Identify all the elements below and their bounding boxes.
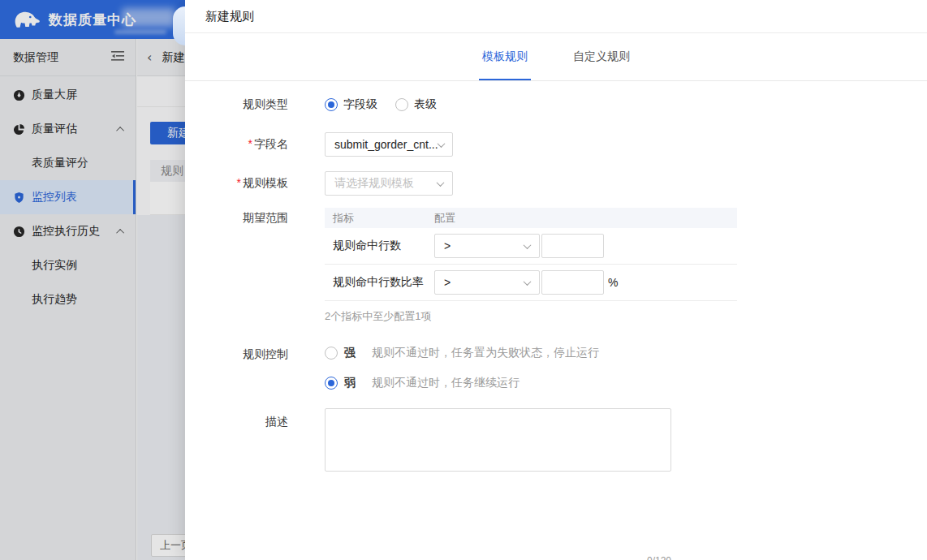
expected-range-table-head: 指标 配置 xyxy=(325,208,737,228)
strong-label[interactable]: 强 xyxy=(344,346,356,360)
form-row-description: 描述 xyxy=(185,408,927,472)
tab-template-rule[interactable]: 模板规则 xyxy=(479,33,531,80)
description-char-counter: 0/120 xyxy=(185,555,671,560)
radio-field-level-label[interactable]: 字段级 xyxy=(343,97,377,112)
rule-form: 规则类型 字段级 表级 *字段名 submit_gorder_cnt... xyxy=(185,81,927,560)
chevron-down-icon xyxy=(524,241,532,249)
table-row-hit-ratio: 规则命中行数比率 > % xyxy=(325,265,737,301)
radio-table-level[interactable] xyxy=(395,98,408,111)
chevron-down-icon xyxy=(437,140,445,148)
form-row-expected-range: 期望范围 指标 配置 规则命中行数 > xyxy=(185,208,927,301)
expected-range-label: 期望范围 xyxy=(185,208,288,226)
strong-desc: 规则不通过时，任务置为失败状态，停止运行 xyxy=(372,346,599,360)
tab-custom-rule[interactable]: 自定义规则 xyxy=(570,33,633,80)
description-label: 描述 xyxy=(185,408,288,429)
drawer-collapse-handle[interactable] xyxy=(173,6,185,45)
field-name-label: *字段名 xyxy=(185,137,288,152)
field-name-value: submit_gorder_cnt... xyxy=(334,138,438,151)
form-row-rule-template: *规则模板 请选择规则模板 xyxy=(185,171,927,196)
rule-control-option-strong: 强 规则不通过时，任务置为失败状态，停止运行 xyxy=(325,346,599,360)
rule-tabs: 模板规则 自定义规则 xyxy=(185,33,927,81)
hit-count-value-input[interactable] xyxy=(541,234,604,258)
metric-hit-ratio-label: 规则命中行数比率 xyxy=(325,275,434,290)
form-row-field-name: *字段名 submit_gorder_cnt... xyxy=(185,132,927,157)
column-metric: 指标 xyxy=(325,211,434,226)
required-star: * xyxy=(248,137,252,150)
radio-weak[interactable] xyxy=(325,377,338,390)
rule-control-option-weak: 弱 规则不通过时，任务继续运行 xyxy=(325,376,599,390)
hit-count-operator-select[interactable]: > xyxy=(434,234,540,258)
rule-template-label: *规则模板 xyxy=(185,176,288,191)
chevron-down-icon xyxy=(524,278,532,286)
screen: 数据质量中心 数据管理 xyxy=(0,0,927,560)
drawer-title: 新建规则 xyxy=(185,0,927,33)
operator-value: > xyxy=(444,239,451,252)
rule-control-label: 规则控制 xyxy=(185,346,288,362)
field-name-select[interactable]: submit_gorder_cnt... xyxy=(325,132,453,157)
new-rule-drawer: 新建规则 模板规则 自定义规则 规则类型 字段级 表级 *字段名 xyxy=(185,0,927,560)
expected-range-table: 指标 配置 规则命中行数 > 规则命中行数比率 > xyxy=(325,208,737,301)
rule-template-placeholder: 请选择规则模板 xyxy=(334,176,414,191)
weak-desc: 规则不通过时，任务继续运行 xyxy=(372,376,520,390)
column-config: 配置 xyxy=(434,211,455,226)
rule-template-select[interactable]: 请选择规则模板 xyxy=(325,171,453,196)
metric-hit-count-label: 规则命中行数 xyxy=(325,239,434,253)
form-row-rule-control: 规则控制 强 规则不通过时，任务置为失败状态，停止运行 弱 规则不通过时，任务继… xyxy=(185,346,927,390)
operator-value: > xyxy=(444,276,451,289)
percent-suffix: % xyxy=(608,276,618,289)
radio-field-level[interactable] xyxy=(325,98,338,111)
hit-ratio-value-input[interactable] xyxy=(541,270,604,295)
description-textarea[interactable] xyxy=(325,408,671,472)
rule-type-label: 规则类型 xyxy=(185,97,288,112)
radio-strong[interactable] xyxy=(325,347,338,360)
expected-range-hint: 2个指标中至少配置1项 xyxy=(325,309,431,324)
weak-label[interactable]: 弱 xyxy=(344,376,356,390)
required-star: * xyxy=(237,176,241,189)
form-row-rule-type: 规则类型 字段级 表级 xyxy=(185,97,927,112)
chevron-down-icon xyxy=(437,179,445,187)
table-row-hit-count: 规则命中行数 > xyxy=(325,228,737,265)
form-row-hint: 2个指标中至少配置1项 xyxy=(185,309,927,324)
radio-table-level-label[interactable]: 表级 xyxy=(414,97,437,112)
hit-ratio-operator-select[interactable]: > xyxy=(434,270,540,295)
